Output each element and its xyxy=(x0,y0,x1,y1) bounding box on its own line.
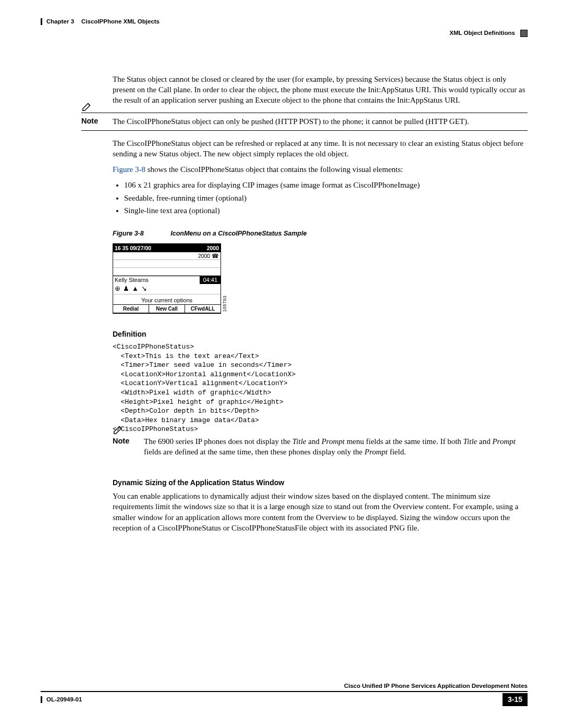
screen-status-row: Kelly Stearns 04:41 xyxy=(113,276,221,284)
note-body: The CiscoIPPhoneStatus object can only b… xyxy=(113,116,528,127)
phone-screen-sample: 105793 16 35 09/27/00 2000 2000 ☎ Kelly … xyxy=(113,243,221,314)
screen-caller-name: Kelly Stearns xyxy=(113,276,150,284)
definition-heading: Definition xyxy=(113,329,528,339)
softkey: Redial xyxy=(113,305,149,313)
note-block: Note The 6900 series IP phones does not … xyxy=(113,436,528,458)
note-label: Note xyxy=(113,436,134,458)
screen-ext: 2000 xyxy=(207,244,219,252)
bullet-list: 106 x 21 graphics area for displaying CI… xyxy=(113,180,528,216)
chapter-title: CiscoIPPhone XML Objects xyxy=(81,18,160,26)
header-square-icon xyxy=(520,30,528,37)
list-item: 106 x 21 graphics area for displaying CI… xyxy=(124,180,528,190)
figure-link[interactable]: Figure 3-8 xyxy=(113,165,145,174)
arrow-icon: ↘ xyxy=(141,285,147,292)
paragraph: The CiscoIPPhoneStatus object can be ref… xyxy=(113,138,528,159)
note-block: Note The CiscoIPPhoneStatus object can o… xyxy=(81,113,528,130)
page-number: 3-15 xyxy=(503,693,528,706)
paragraph: Figure 3-8 shows the CiscoIPPhoneStatus … xyxy=(113,164,528,175)
pencil-icon xyxy=(113,424,124,435)
paragraph: The Status object cannot be closed or cl… xyxy=(113,74,528,106)
page-footer: Cisco Unified IP Phone Services Applicat… xyxy=(41,682,528,706)
footer-book-title: Cisco Unified IP Phone Services Applicat… xyxy=(41,682,528,693)
paragraph: You can enable applications to dynamical… xyxy=(113,491,528,533)
phone-icon: ☎ xyxy=(212,253,219,259)
screen-line: 2000 ☎ xyxy=(113,252,221,260)
pencil-icon xyxy=(81,101,93,112)
page-header: Chapter 3 CiscoIPPhone XML Objects XML O… xyxy=(41,18,528,38)
list-item: Single-line text area (optional) xyxy=(124,205,528,216)
screen-options-text: Your current options xyxy=(113,294,221,304)
note-label: Note xyxy=(81,116,103,127)
header-left: Chapter 3 CiscoIPPhone XML Objects xyxy=(41,18,160,26)
figure-caption: Figure 3-8 IconMenu on a CiscoIPPhoneSta… xyxy=(113,229,528,238)
screen-line xyxy=(113,260,221,268)
person-icon: ♟ xyxy=(123,285,129,292)
screen-line xyxy=(113,268,221,276)
figure-id: 105793 xyxy=(222,295,228,312)
globe-icon: ⊕ xyxy=(115,285,120,292)
footer-left: OL-20949-01 xyxy=(41,696,82,704)
screen-datetime: 16 35 09/27/00 xyxy=(115,244,151,252)
screen-top-bar: 16 35 09/27/00 2000 xyxy=(113,244,221,252)
header-bar-icon xyxy=(41,18,42,25)
figure-label: Figure 3-8 xyxy=(113,230,144,237)
list-item: Seedable, free-running timer (optional) xyxy=(124,193,528,203)
softkey: New Call xyxy=(149,305,185,313)
footer-bar-icon xyxy=(41,696,42,703)
code-block: <CiscoIPPhoneStatus> <Text>This is the t… xyxy=(113,342,528,434)
chapter-label: Chapter 3 xyxy=(46,18,74,26)
section-title: XML Object Definitions xyxy=(449,29,515,38)
softkey: CFwdALL xyxy=(185,305,221,313)
screen-icon-row: ⊕ ♟ ▲ ↘ xyxy=(113,284,221,294)
figure-title: IconMenu on a CiscoIPPhoneStatus Sample xyxy=(170,230,307,237)
bell-icon: ▲ xyxy=(132,285,139,292)
paragraph-text: shows the CiscoIPPhoneStatus object that… xyxy=(145,165,403,174)
header-right: XML Object Definitions xyxy=(449,18,528,38)
section-heading: Dynamic Sizing of the Application Status… xyxy=(113,478,528,488)
screen-ext2: 2000 ☎ xyxy=(198,252,219,260)
note-body: The 6900 series IP phones does not displ… xyxy=(144,436,528,458)
screen-softkeys: Redial New Call CFwdALL xyxy=(113,304,221,313)
footer-docnum: OL-20949-01 xyxy=(46,696,82,704)
screen-timer: 04:41 xyxy=(200,276,221,284)
